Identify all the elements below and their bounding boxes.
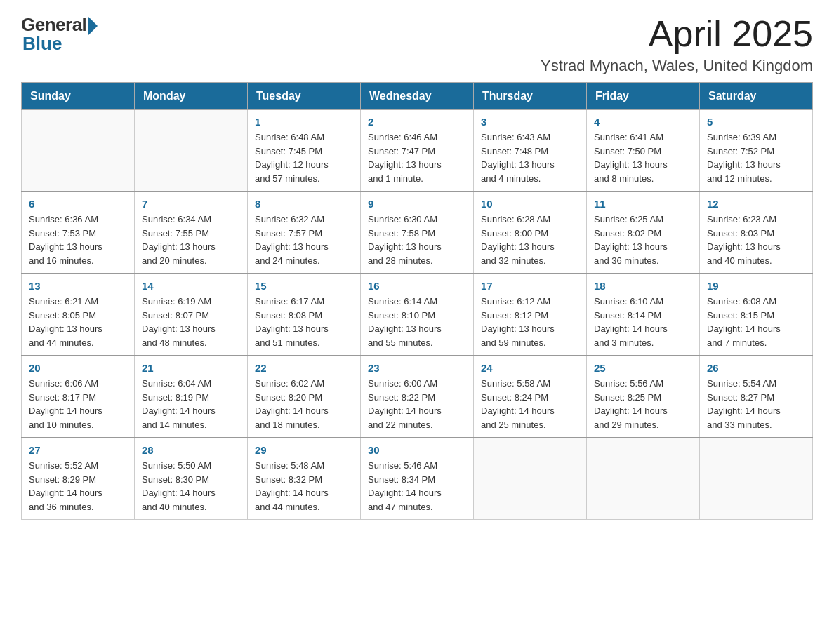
calendar-cell: 22Sunrise: 6:02 AM Sunset: 8:20 PM Dayli…	[248, 356, 361, 438]
day-number: 20	[29, 362, 127, 374]
calendar-cell: 2Sunrise: 6:46 AM Sunset: 7:47 PM Daylig…	[361, 110, 474, 192]
title-section: April 2025 Ystrad Mynach, Wales, United …	[541, 14, 813, 75]
calendar-cell: 30Sunrise: 5:46 AM Sunset: 8:34 PM Dayli…	[361, 438, 474, 520]
calendar-cell: 17Sunrise: 6:12 AM Sunset: 8:12 PM Dayli…	[474, 274, 587, 356]
day-number: 19	[707, 280, 805, 292]
calendar-cell: 1Sunrise: 6:48 AM Sunset: 7:45 PM Daylig…	[248, 110, 361, 192]
location-subtitle: Ystrad Mynach, Wales, United Kingdom	[541, 57, 813, 75]
day-number: 8	[255, 198, 353, 210]
day-number: 17	[481, 280, 579, 292]
calendar-cell	[22, 110, 135, 192]
day-number: 21	[142, 362, 240, 374]
calendar-cell: 21Sunrise: 6:04 AM Sunset: 8:19 PM Dayli…	[135, 356, 248, 438]
calendar-cell: 11Sunrise: 6:25 AM Sunset: 8:02 PM Dayli…	[587, 192, 700, 274]
calendar-cell: 24Sunrise: 5:58 AM Sunset: 8:24 PM Dayli…	[474, 356, 587, 438]
calendar-cell: 13Sunrise: 6:21 AM Sunset: 8:05 PM Dayli…	[22, 274, 135, 356]
day-info: Sunrise: 6:19 AM Sunset: 8:07 PM Dayligh…	[142, 295, 240, 349]
calendar-week-5: 27Sunrise: 5:52 AM Sunset: 8:29 PM Dayli…	[22, 438, 813, 520]
day-number: 18	[594, 280, 692, 292]
day-info: Sunrise: 6:39 AM Sunset: 7:52 PM Dayligh…	[707, 130, 805, 185]
calendar-cell: 4Sunrise: 6:41 AM Sunset: 7:50 PM Daylig…	[587, 110, 700, 192]
day-number: 5	[707, 116, 805, 128]
weekday-header-row: SundayMondayTuesdayWednesdayThursdayFrid…	[22, 83, 813, 110]
day-info: Sunrise: 6:12 AM Sunset: 8:12 PM Dayligh…	[481, 295, 579, 349]
day-number: 22	[255, 362, 353, 374]
day-number: 29	[255, 444, 353, 456]
day-info: Sunrise: 6:06 AM Sunset: 8:17 PM Dayligh…	[29, 377, 127, 431]
day-info: Sunrise: 6:23 AM Sunset: 8:03 PM Dayligh…	[707, 213, 805, 267]
logo: General Blue	[21, 14, 98, 55]
day-number: 23	[368, 362, 466, 374]
day-info: Sunrise: 6:48 AM Sunset: 7:45 PM Dayligh…	[255, 130, 353, 185]
day-number: 2	[368, 116, 466, 128]
weekday-header-thursday: Thursday	[474, 83, 587, 110]
day-number: 7	[142, 198, 240, 210]
calendar-cell: 12Sunrise: 6:23 AM Sunset: 8:03 PM Dayli…	[700, 192, 813, 274]
calendar-table: SundayMondayTuesdayWednesdayThursdayFrid…	[21, 82, 813, 520]
calendar-week-4: 20Sunrise: 6:06 AM Sunset: 8:17 PM Dayli…	[22, 356, 813, 438]
day-info: Sunrise: 5:58 AM Sunset: 8:24 PM Dayligh…	[481, 377, 579, 431]
weekday-header-sunday: Sunday	[22, 83, 135, 110]
logo-arrow-icon	[88, 16, 98, 36]
calendar-cell: 6Sunrise: 6:36 AM Sunset: 7:53 PM Daylig…	[22, 192, 135, 274]
day-number: 6	[29, 198, 127, 210]
day-info: Sunrise: 5:54 AM Sunset: 8:27 PM Dayligh…	[707, 377, 805, 431]
day-info: Sunrise: 5:50 AM Sunset: 8:30 PM Dayligh…	[142, 459, 240, 514]
day-info: Sunrise: 6:08 AM Sunset: 8:15 PM Dayligh…	[707, 295, 805, 349]
calendar-cell	[474, 438, 587, 520]
logo-blue-text: Blue	[22, 33, 62, 55]
day-number: 14	[142, 280, 240, 292]
day-number: 28	[142, 444, 240, 456]
weekday-header-friday: Friday	[587, 83, 700, 110]
calendar-cell: 29Sunrise: 5:48 AM Sunset: 8:32 PM Dayli…	[248, 438, 361, 520]
day-info: Sunrise: 6:00 AM Sunset: 8:22 PM Dayligh…	[368, 377, 466, 431]
day-info: Sunrise: 6:34 AM Sunset: 7:55 PM Dayligh…	[142, 213, 240, 267]
day-info: Sunrise: 6:43 AM Sunset: 7:48 PM Dayligh…	[481, 130, 579, 185]
calendar-cell: 8Sunrise: 6:32 AM Sunset: 7:57 PM Daylig…	[248, 192, 361, 274]
day-info: Sunrise: 6:14 AM Sunset: 8:10 PM Dayligh…	[368, 295, 466, 349]
day-info: Sunrise: 6:25 AM Sunset: 8:02 PM Dayligh…	[594, 213, 692, 267]
day-number: 1	[255, 116, 353, 128]
calendar-cell: 18Sunrise: 6:10 AM Sunset: 8:14 PM Dayli…	[587, 274, 700, 356]
calendar-cell: 16Sunrise: 6:14 AM Sunset: 8:10 PM Dayli…	[361, 274, 474, 356]
day-info: Sunrise: 6:17 AM Sunset: 8:08 PM Dayligh…	[255, 295, 353, 349]
calendar-cell: 20Sunrise: 6:06 AM Sunset: 8:17 PM Dayli…	[22, 356, 135, 438]
month-year-title: April 2025	[541, 14, 813, 54]
calendar-week-3: 13Sunrise: 6:21 AM Sunset: 8:05 PM Dayli…	[22, 274, 813, 356]
day-info: Sunrise: 6:28 AM Sunset: 8:00 PM Dayligh…	[481, 213, 579, 267]
day-info: Sunrise: 6:36 AM Sunset: 7:53 PM Dayligh…	[29, 213, 127, 267]
calendar-cell: 28Sunrise: 5:50 AM Sunset: 8:30 PM Dayli…	[135, 438, 248, 520]
day-number: 3	[481, 116, 579, 128]
day-number: 11	[594, 198, 692, 210]
calendar-cell	[587, 438, 700, 520]
calendar-cell: 19Sunrise: 6:08 AM Sunset: 8:15 PM Dayli…	[700, 274, 813, 356]
day-info: Sunrise: 6:10 AM Sunset: 8:14 PM Dayligh…	[594, 295, 692, 349]
day-number: 12	[707, 198, 805, 210]
day-info: Sunrise: 6:30 AM Sunset: 7:58 PM Dayligh…	[368, 213, 466, 267]
calendar-cell: 9Sunrise: 6:30 AM Sunset: 7:58 PM Daylig…	[361, 192, 474, 274]
calendar-week-2: 6Sunrise: 6:36 AM Sunset: 7:53 PM Daylig…	[22, 192, 813, 274]
weekday-header-monday: Monday	[135, 83, 248, 110]
weekday-header-saturday: Saturday	[700, 83, 813, 110]
day-number: 13	[29, 280, 127, 292]
day-number: 26	[707, 362, 805, 374]
calendar-cell: 15Sunrise: 6:17 AM Sunset: 8:08 PM Dayli…	[248, 274, 361, 356]
day-info: Sunrise: 6:21 AM Sunset: 8:05 PM Dayligh…	[29, 295, 127, 349]
calendar-cell: 10Sunrise: 6:28 AM Sunset: 8:00 PM Dayli…	[474, 192, 587, 274]
calendar-cell: 5Sunrise: 6:39 AM Sunset: 7:52 PM Daylig…	[700, 110, 813, 192]
calendar-cell: 3Sunrise: 6:43 AM Sunset: 7:48 PM Daylig…	[474, 110, 587, 192]
day-number: 4	[594, 116, 692, 128]
day-info: Sunrise: 6:02 AM Sunset: 8:20 PM Dayligh…	[255, 377, 353, 431]
calendar-cell: 14Sunrise: 6:19 AM Sunset: 8:07 PM Dayli…	[135, 274, 248, 356]
calendar-cell	[135, 110, 248, 192]
day-number: 30	[368, 444, 466, 456]
day-number: 16	[368, 280, 466, 292]
day-number: 27	[29, 444, 127, 456]
day-number: 25	[594, 362, 692, 374]
calendar-cell: 25Sunrise: 5:56 AM Sunset: 8:25 PM Dayli…	[587, 356, 700, 438]
day-info: Sunrise: 5:48 AM Sunset: 8:32 PM Dayligh…	[255, 459, 353, 514]
weekday-header-tuesday: Tuesday	[248, 83, 361, 110]
day-info: Sunrise: 6:32 AM Sunset: 7:57 PM Dayligh…	[255, 213, 353, 267]
calendar-cell	[700, 438, 813, 520]
day-info: Sunrise: 5:52 AM Sunset: 8:29 PM Dayligh…	[29, 459, 127, 514]
